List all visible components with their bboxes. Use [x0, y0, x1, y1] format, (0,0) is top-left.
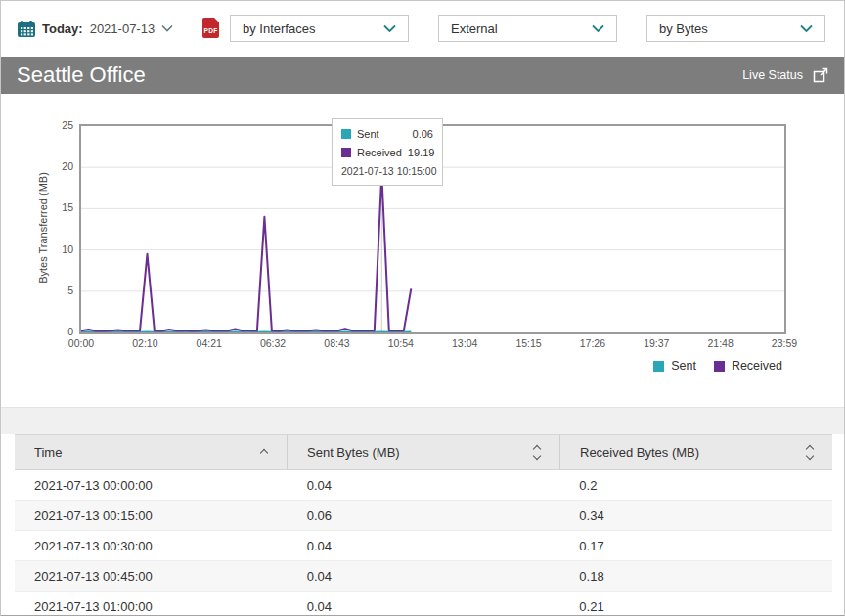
toolbar: Today: 2021-07-13 PDF by Interfaces Exte… — [1, 1, 844, 58]
pdf-export-icon[interactable]: PDF — [202, 18, 219, 38]
chart-panel: Bytes Transferred (MB) SentReceived Sent… — [1, 94, 844, 407]
y-axis-tick: 0 — [48, 326, 73, 337]
tooltip-received-row: Received 19.19 — [341, 147, 433, 158]
data-table: TimeSent Bytes (MB)Received Bytes (MB) 2… — [15, 434, 832, 616]
chart-legend: SentReceived — [653, 359, 782, 373]
table-body: 2021-07-13 00:00:000.040.22021-07-13 00:… — [15, 470, 832, 616]
y-axis-tick: 15 — [48, 201, 73, 213]
table-cell: 2021-07-13 00:30:00 — [15, 539, 288, 553]
x-axis-tick: 15:15 — [506, 337, 553, 349]
section-divider — [1, 407, 844, 435]
date-picker[interactable]: Today: 2021-07-13 — [18, 15, 173, 42]
interfaces-dropdown[interactable]: by Interfaces — [230, 15, 409, 42]
column-header-received-bytes[interactable]: Received Bytes (MB) — [559, 435, 832, 469]
chevron-down-icon — [383, 24, 396, 33]
page-title: Seattle Office — [17, 63, 146, 88]
column-header-label: Time — [34, 445, 62, 460]
table-cell: 0.04 — [288, 539, 560, 553]
table-row: 2021-07-13 00:45:000.040.18 — [15, 561, 832, 592]
external-link-icon — [813, 67, 828, 83]
chevron-down-icon — [592, 24, 604, 33]
sort-both-icon — [534, 446, 540, 459]
x-axis-tick: 00:00 — [58, 337, 105, 349]
date-picker-label: Today: — [42, 22, 83, 36]
sort-both-icon — [807, 446, 813, 459]
y-axis-tick: 20 — [48, 160, 73, 172]
column-header-sent-bytes[interactable]: Sent Bytes (MB) — [287, 435, 559, 469]
series-line-received — [81, 174, 411, 331]
table-cell: 2021-07-13 00:00:00 — [15, 478, 288, 493]
table-header-row: TimeSent Bytes (MB)Received Bytes (MB) — [15, 434, 832, 470]
table-cell: 0.17 — [559, 539, 832, 553]
sort-ascending-icon — [261, 450, 267, 456]
table-cell: 0.2 — [559, 478, 832, 493]
table-cell: 0.34 — [559, 508, 832, 523]
legend-label: Sent — [671, 359, 696, 373]
legend-swatch — [714, 361, 725, 372]
interfaces-dropdown-value: by Interfaces — [243, 22, 383, 36]
y-axis-tick: 10 — [48, 243, 73, 255]
table-cell: 0.21 — [559, 599, 832, 614]
table-cell: 2021-07-13 00:45:00 — [15, 569, 288, 584]
column-header-time[interactable]: Time — [15, 435, 287, 469]
table-row: 2021-07-13 00:15:000.060.34 — [15, 501, 832, 531]
chevron-down-icon — [161, 24, 173, 32]
date-picker-value: 2021-07-13 — [90, 22, 156, 36]
table-panel: TimeSent Bytes (MB)Received Bytes (MB) 2… — [1, 434, 844, 615]
title-bar: Seattle Office Live Status — [1, 57, 844, 94]
x-axis-tick: 08:43 — [313, 337, 360, 349]
legend-item-sent: Sent — [653, 359, 696, 373]
live-status-label: Live Status — [742, 68, 803, 82]
column-header-label: Received Bytes (MB) — [580, 445, 699, 460]
metric-dropdown-value: by Bytes — [659, 22, 800, 36]
x-axis-tick: 23:59 — [761, 337, 808, 349]
table-cell: 0.04 — [288, 569, 560, 584]
x-axis-tick: 04:21 — [186, 337, 233, 349]
tooltip-received-value: 19.19 — [408, 147, 435, 158]
calendar-icon — [18, 21, 35, 37]
table-cell: 2021-07-13 00:15:00 — [15, 508, 288, 523]
tooltip-sent-value: 0.06 — [413, 128, 433, 140]
y-axis-label: Bytes Transferred (MB) — [37, 124, 51, 331]
received-swatch — [341, 148, 351, 157]
column-header-label: Sent Bytes (MB) — [307, 445, 400, 460]
y-axis-tick: 5 — [48, 285, 73, 296]
table-row: 2021-07-13 01:00:000.040.21 — [15, 592, 832, 616]
x-axis-tick: 02:10 — [121, 337, 168, 349]
x-axis-tick: 17:26 — [569, 337, 616, 349]
legend-swatch — [653, 361, 664, 372]
pdf-export-label: PDF — [204, 27, 218, 34]
sent-swatch — [341, 129, 351, 139]
table-row: 2021-07-13 00:30:000.040.17 — [15, 531, 832, 561]
x-axis-tick: 21:48 — [697, 337, 744, 349]
tooltip-sent-row: Sent 0.06 — [341, 128, 433, 140]
table-cell: 2021-07-13 01:00:00 — [15, 599, 288, 614]
tooltip-received-label: Received — [357, 147, 402, 158]
legend-item-received: Received — [714, 359, 782, 373]
table-cell: 0.04 — [288, 599, 560, 614]
metric-dropdown[interactable]: by Bytes — [646, 15, 825, 42]
interface-filter-dropdown-value: External — [451, 22, 592, 36]
y-axis-tick: 25 — [48, 119, 73, 131]
table-cell: 0.04 — [288, 478, 560, 493]
x-axis-tick: 06:32 — [249, 337, 296, 349]
interface-filter-dropdown[interactable]: External — [438, 15, 617, 42]
report-window: Today: 2021-07-13 PDF by Interfaces Exte… — [0, 0, 845, 616]
legend-label: Received — [732, 359, 782, 373]
table-row: 2021-07-13 00:00:000.040.2 — [15, 470, 832, 501]
table-cell: 0.06 — [288, 508, 560, 523]
chart-tooltip: Sent 0.06 Received 19.19 2021-07-13 10:1… — [332, 118, 443, 186]
live-status-link[interactable]: Live Status — [742, 67, 828, 83]
tooltip-sent-label: Sent — [357, 128, 379, 140]
table-cell: 0.18 — [559, 569, 832, 584]
chevron-down-icon — [800, 24, 813, 33]
x-axis-tick: 19:37 — [633, 337, 680, 349]
x-axis-tick: 10:54 — [378, 337, 424, 349]
x-axis-tick: 13:04 — [441, 337, 488, 349]
tooltip-timestamp: 2021-07-13 10:15:00 — [341, 165, 433, 177]
